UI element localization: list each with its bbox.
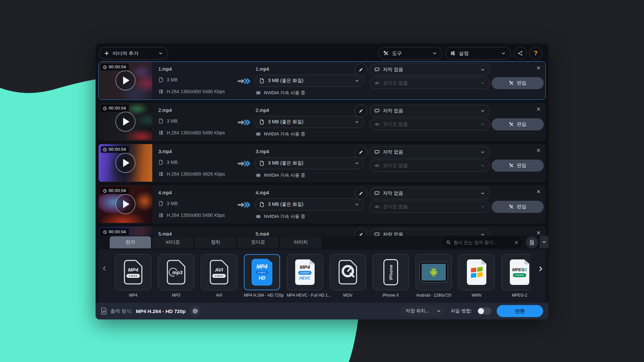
- video-thumbnail[interactable]: 00:00:04: [99, 144, 152, 182]
- subtitle-dropdown[interactable]: 자막 없음: [369, 146, 490, 158]
- convert-arrow-icon: [237, 201, 251, 208]
- pencil-icon: [359, 109, 363, 113]
- close-row-button[interactable]: [535, 106, 541, 112]
- audio-dropdown[interactable]: 오디오 없음: [369, 160, 490, 172]
- help-button[interactable]: ?: [529, 47, 542, 60]
- format-card-avi[interactable]: AVI VIDEO AVI: [201, 254, 237, 298]
- play-button[interactable]: [115, 153, 136, 173]
- close-icon: [536, 66, 541, 70]
- output-format-value: MP4 H.264 - HD 720p: [136, 308, 185, 314]
- clock-icon: [103, 189, 107, 193]
- format-preview-button[interactable]: [526, 236, 538, 248]
- audio-dropdown[interactable]: 오디오 없음: [369, 77, 490, 89]
- collapse-panel-button[interactable]: [540, 236, 548, 248]
- close-row-button[interactable]: [535, 65, 541, 71]
- share-button[interactable]: [514, 47, 527, 60]
- media-row[interactable]: 00:00:04 5.mp4 5.mp4 자막 없음: [98, 226, 546, 236]
- sliders-icon: [450, 51, 455, 56]
- media-row[interactable]: 00:00:04 3.mp4 3 MB H.264 1350x900 4826 …: [98, 144, 546, 182]
- source-filename: 4.mp4: [158, 190, 172, 195]
- output-quality-dropdown[interactable]: 3 MB (좋은 화질): [254, 157, 364, 169]
- format-panel: 인기 비디오 장치 오디오 이미지: [96, 236, 548, 319]
- close-row-button[interactable]: [535, 147, 541, 153]
- close-icon: [536, 231, 541, 235]
- edit-button[interactable]: 편집: [492, 160, 544, 172]
- subtitle-dropdown[interactable]: 자막 없음: [369, 64, 490, 76]
- format-card-mp4-hevc[interactable]: MP4 VIDEO HEVC MP4 HEVC - Full HD 1...: [287, 254, 323, 298]
- media-row[interactable]: 00:00:04 1.mp4 3 MB H.264 1350x900 5490 …: [98, 61, 546, 100]
- media-row[interactable]: 00:00:04 2.mp4 3 MB H.264 1350x900 5490 …: [98, 103, 546, 141]
- convert-button[interactable]: 변환: [497, 305, 543, 317]
- tab-audio[interactable]: 오디오: [237, 236, 279, 248]
- clock-icon: [103, 230, 107, 234]
- play-button[interactable]: [115, 112, 136, 132]
- subtitle-dropdown[interactable]: 자막 없음: [369, 105, 490, 117]
- format-card-wmv[interactable]: WMV: [459, 254, 495, 298]
- rename-button[interactable]: [355, 228, 367, 236]
- output-quality-dropdown[interactable]: 3 MB (좋은 화질): [254, 116, 364, 128]
- format-card-android[interactable]: Android - 1280x720: [416, 254, 452, 298]
- video-thumbnail[interactable]: 00:00:04: [99, 103, 152, 140]
- subtitle-icon: [374, 67, 380, 72]
- edit-button[interactable]: 편집: [492, 77, 544, 89]
- add-media-button[interactable]: 미디어 추가: [99, 47, 168, 60]
- nvidia-icon: [256, 214, 261, 219]
- media-row[interactable]: 00:00:04 4.mp4 3 MB H.264 1350x900 5490 …: [98, 185, 546, 224]
- tools-menu-button[interactable]: 도구: [378, 47, 442, 60]
- format-card-iphone-x[interactable]: iPhone iPhone X: [373, 254, 409, 298]
- doc-search-icon: [529, 240, 535, 245]
- settings-menu-button[interactable]: 설정: [445, 47, 511, 60]
- bottom-bar: 출력 형식: MP4 H.264 - HD 720p 저장 위치... 파일 병…: [96, 303, 548, 319]
- video-thumbnail[interactable]: 00:00:04: [99, 62, 152, 99]
- scroll-right-button[interactable]: [537, 265, 544, 273]
- play-button[interactable]: [115, 70, 136, 90]
- rename-button[interactable]: [355, 187, 367, 200]
- close-row-button[interactable]: [535, 230, 541, 236]
- save-location-button[interactable]: 저장 위치...: [400, 305, 445, 317]
- play-button[interactable]: [115, 194, 136, 214]
- file-outline-icon: [338, 260, 357, 285]
- format-card-mov[interactable]: MOV: [330, 254, 366, 298]
- audio-dropdown[interactable]: 오디오 없음: [369, 201, 490, 213]
- merge-files-toggle[interactable]: [477, 307, 491, 315]
- format-card-mpeg2[interactable]: MPEG2 VIDEO MPEG-2: [501, 254, 531, 298]
- video-thumbnail[interactable]: 00:00:04: [99, 227, 152, 236]
- rename-button[interactable]: [355, 105, 367, 117]
- source-filename: 2.mp4: [158, 108, 172, 113]
- output-quality-dropdown[interactable]: 3 MB (좋은 화질): [254, 198, 364, 210]
- tab-image[interactable]: 이미지: [280, 236, 321, 248]
- format-icon-sub: VIDEO: [256, 271, 269, 274]
- output-quality-dropdown[interactable]: 3 MB (좋은 화질): [254, 75, 364, 87]
- format-card-mp4-hd720[interactable]: MP4 VIDEO HD MP4 H.264 - HD 720p: [244, 254, 280, 298]
- tab-video[interactable]: 비디오: [152, 236, 194, 248]
- format-label: AVI: [201, 293, 237, 298]
- clock-icon: [103, 106, 107, 111]
- format-card-mp4[interactable]: MP4 VIDEO MP4: [115, 254, 151, 298]
- tab-device[interactable]: 장치: [195, 236, 236, 248]
- rename-button[interactable]: [355, 63, 367, 76]
- subtitle-dropdown[interactable]: 자막 없음: [369, 229, 490, 236]
- edit-button[interactable]: 편집: [492, 118, 544, 130]
- white-file-icon: [467, 259, 486, 285]
- chevron-down-icon: [158, 51, 163, 56]
- subtitle-dropdown[interactable]: 자막 없음: [369, 187, 490, 199]
- video-thumbnail[interactable]: 00:00:04: [99, 185, 152, 223]
- output-settings-button[interactable]: [190, 305, 201, 317]
- clear-search-icon[interactable]: [514, 240, 519, 245]
- format-label: MP4 H.264 - HD 720p: [244, 293, 280, 298]
- plus-icon: [104, 51, 109, 56]
- tab-popular[interactable]: 인기: [110, 236, 151, 248]
- convert-arrow-icon: [237, 160, 251, 167]
- close-row-button[interactable]: [535, 188, 541, 194]
- format-search[interactable]: [442, 236, 523, 248]
- format-strip: MP4 VIDEO MP4 mp3 MP3: [98, 250, 546, 303]
- scroll-left-button[interactable]: [101, 265, 108, 272]
- play-icon: [123, 200, 129, 208]
- gpu-acceleration-status: NVIDIA 가속 사용 중: [256, 172, 305, 178]
- format-label: MP4: [115, 293, 151, 298]
- rename-button[interactable]: [355, 146, 367, 159]
- edit-button[interactable]: 편집: [492, 201, 544, 213]
- search-input[interactable]: [453, 240, 512, 245]
- audio-dropdown[interactable]: 오디오 없음: [369, 118, 490, 130]
- format-card-mp3[interactable]: mp3 MP3: [158, 254, 194, 298]
